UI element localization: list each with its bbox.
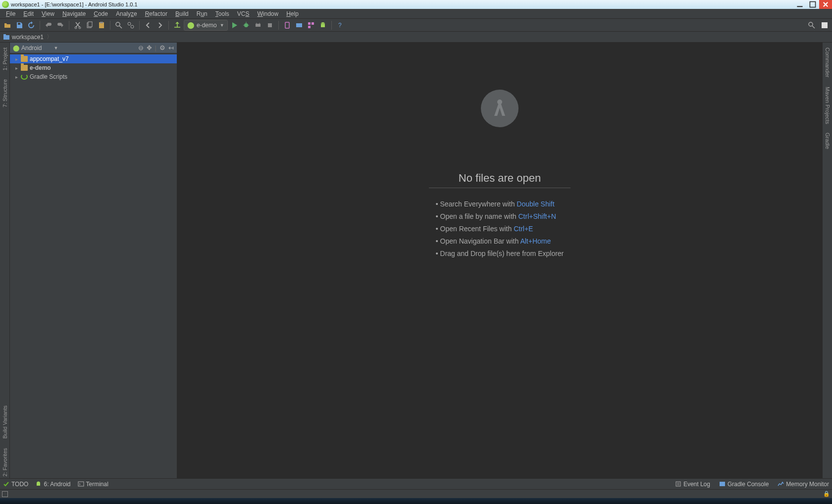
sync-icon[interactable] [26,20,37,31]
breadcrumb-root[interactable]: workspace1 [12,34,44,41]
svg-rect-25 [308,26,311,28]
svg-rect-31 [822,22,828,28]
hint-recent-files: • Open Recent Files with Ctrl+E [436,225,564,233]
forward-icon[interactable] [155,20,165,31]
tree-item-gradle-scripts[interactable]: ▸ Gradle Scripts [10,72,177,81]
project-tree: ▸ appcompat_v7 ▸ e-demo ▸ Gradle Scripts [10,53,177,478]
make-icon[interactable] [172,20,183,31]
sdk-icon[interactable] [294,20,305,31]
folder-icon [21,56,28,62]
hint-open-file: • Open a file by name with Ctrl+Shift+N [436,212,564,220]
menu-help[interactable]: Help [282,9,303,18]
menu-tools[interactable]: Tools [211,9,233,18]
expand-arrow-icon[interactable]: ▸ [14,65,19,71]
bottom-tab-event-log[interactable]: Event Log [675,481,710,488]
svg-rect-10 [100,22,103,23]
os-taskbar [0,498,832,504]
gradle-icon [21,74,28,80]
svg-rect-4 [18,23,20,25]
menu-vcs[interactable]: VCS [233,9,254,18]
chevron-down-icon[interactable]: ▼ [53,46,58,50]
ddms-icon[interactable] [306,20,316,31]
right-tab-maven[interactable]: Maven Projects [825,85,831,126]
menu-view[interactable]: View [38,9,58,18]
menu-edit[interactable]: Edit [19,9,38,18]
folder-icon [21,65,28,71]
menu-build[interactable]: Build [171,9,193,18]
left-tab-project[interactable]: 1: Project [2,46,8,72]
back-icon[interactable] [143,20,154,31]
tree-item-edemo[interactable]: ▸ e-demo [10,63,177,72]
no-files-heading: No files are open [429,172,571,188]
bottom-tab-memory-monitor[interactable]: Memory Monitor [778,481,829,488]
android-robot-icon[interactable] [317,20,328,31]
svg-rect-33 [3,34,6,36]
replace-icon[interactable] [125,20,136,31]
attach-debugger-icon[interactable] [253,20,263,31]
project-view-label[interactable]: Android [21,45,42,51]
expand-arrow-icon[interactable]: ▸ [14,74,19,80]
right-tool-strip: Commander Maven Projects Gradle [822,43,832,478]
save-icon[interactable] [14,20,25,31]
svg-rect-35 [78,482,84,486]
svg-rect-1 [810,1,815,7]
bottom-tab-gradle-console[interactable]: Gradle Console [719,481,769,488]
cut-icon[interactable] [72,20,83,31]
menu-navigate[interactable]: Navigate [58,9,90,18]
android-studio-logo [481,90,519,127]
copy-icon[interactable] [84,20,95,31]
undo-icon[interactable] [43,20,54,31]
search-icon[interactable] [806,20,817,31]
svg-point-26 [321,23,322,24]
left-tab-structure[interactable]: 7: Structure [2,77,8,109]
menu-refactor[interactable]: Refactor [141,9,171,18]
left-tab-favorites[interactable]: 2: Favorites [2,446,8,478]
right-tab-gradle[interactable]: Gradle [825,131,831,151]
avd-icon[interactable] [282,20,293,31]
svg-rect-32 [3,35,9,40]
editor-empty-state: No files are open • Search Everywhere wi… [177,43,822,478]
menubar: File Edit View Navigate Code Analyze Ref… [0,9,832,19]
menu-file[interactable]: File [2,9,19,18]
hint-nav-bar: • Open Navigation Bar with Alt+Home [436,237,564,245]
tree-item-appcompat[interactable]: ▸ appcompat_v7 [10,54,177,63]
svg-rect-21 [285,22,289,28]
run-config-selector[interactable]: ⬤ e-demo ▼ [184,20,228,31]
bottom-tab-android[interactable]: 6: Android [35,481,70,488]
close-button[interactable] [819,0,832,9]
bottom-tab-terminal[interactable]: Terminal [78,481,108,488]
minimize-button[interactable] [793,0,806,9]
svg-rect-39 [720,482,725,486]
find-icon[interactable] [113,20,124,31]
menu-window[interactable]: Window [253,9,282,18]
redo-icon[interactable] [55,20,66,31]
debug-icon[interactable] [241,20,252,31]
bottom-tab-todo[interactable]: TODO [3,481,28,488]
breadcrumb-bar: workspace1 〉 [0,32,832,43]
right-tab-commander[interactable]: Commander [825,46,831,80]
stop-icon[interactable] [264,20,275,31]
hide-icon[interactable]: ↤ [168,44,174,51]
open-icon[interactable] [2,20,13,31]
collapse-all-icon[interactable]: ⊖ [138,44,144,51]
menu-code[interactable]: Code [90,9,112,18]
app-icon [2,1,9,8]
paste-icon[interactable] [96,20,107,31]
lock-icon[interactable]: 🔒 [823,491,830,497]
svg-point-13 [128,22,131,25]
project-panel: ⬤ Android ▼ ⊖ ✥ | ⚙ ↤ ▸ appcompat_v7 ▸ e… [10,43,177,478]
user-icon[interactable] [819,20,830,31]
expand-arrow-icon[interactable]: ▸ [14,56,19,62]
tool-windows-toggle-icon[interactable] [2,491,8,497]
run-icon[interactable] [229,20,240,31]
maximize-button[interactable] [806,0,819,9]
gear-icon[interactable]: ⚙ [159,44,165,51]
target-icon[interactable]: ✥ [147,44,152,51]
menu-run[interactable]: Run [193,9,211,18]
bottom-tool-bar: TODO 6: Android Terminal Event Log Gradl… [0,478,832,489]
menu-analyze[interactable]: Analyze [112,9,141,18]
left-tab-build-variants[interactable]: Build Variants [2,403,8,441]
help-icon[interactable]: ? [335,20,346,31]
hints-list: • Search Everywhere with Double Shift • … [436,200,564,257]
run-config-label: e-demo [197,22,217,29]
